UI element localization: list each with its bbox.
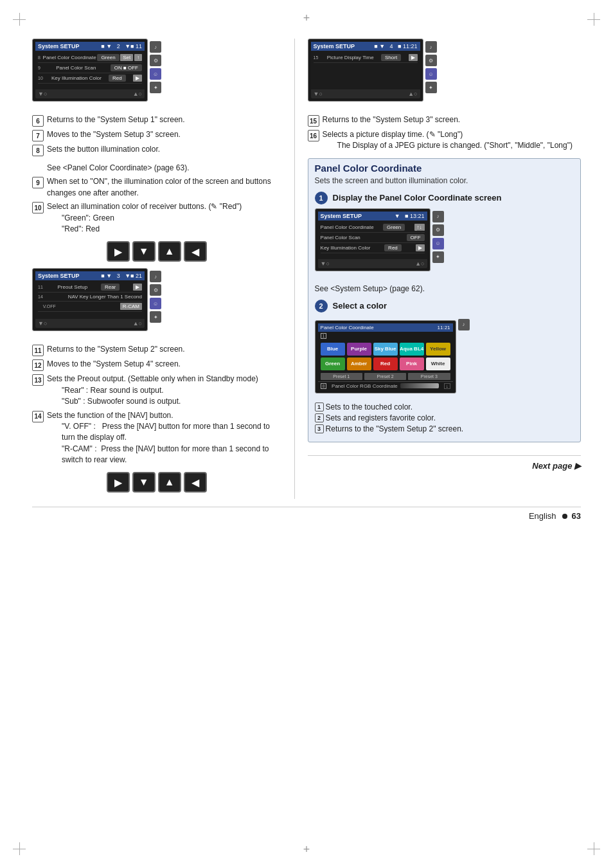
item-12: 12 Moves to the "System Setup 4" screen. — [32, 359, 281, 371]
screen1-bottom-left: ▼○ — [38, 91, 47, 97]
screen3-title: System SETUP — [314, 43, 355, 50]
screen1-row3-value: Red — [109, 75, 126, 82]
step1-screen-row1: Panel Color Coordinate Green ↑↓ — [321, 222, 425, 233]
color-cell-yellow[interactable]: Yellow — [426, 343, 450, 356]
item-6-text: Returns to the "System Setup 1" screen. — [47, 114, 281, 127]
screen2-row1-arrow[interactable]: ▶ — [133, 284, 142, 291]
result-text-2: Sets and registers favorite color. — [326, 413, 436, 422]
color-screen-marker: 1 — [321, 333, 327, 339]
left-column: System SETUP ■ ▼ 2 ▼■ 11 8 Panel Color C… — [32, 39, 295, 499]
item-7-text: Moves to the "System Setup 3" screen. — [47, 129, 281, 141]
result-marker-2: 2 — [315, 413, 324, 422]
step2-badge: 2 — [315, 300, 328, 312]
item-14-sub2: "R-CAM" : Press the [NAV] button for mor… — [62, 444, 281, 466]
item-7-num: 7 — [32, 130, 44, 141]
rgb-label: Panel Color RGB Coordinate — [332, 383, 398, 389]
items-15-16: 15 Returns to the "System Setup 3" scree… — [308, 114, 581, 152]
item-8-text: Sets the button illumination color. — [47, 144, 281, 156]
item-10-sub1: "Green": Green — [62, 213, 242, 224]
next-page-label: Next page ▶ — [532, 461, 581, 471]
preset-btn-2[interactable]: Preset 2 — [364, 373, 406, 380]
screen1-row2: 9 Panel Color Scan ON ■ OFF — [38, 63, 142, 73]
nav-arrow2-up[interactable]: ▲ — [158, 472, 181, 493]
nav-arrow-up[interactable]: ▲ — [158, 241, 181, 262]
nav-arrow-down[interactable]: ▼ — [132, 241, 155, 262]
item-10: 10 Select an illumination color of recei… — [32, 201, 281, 235]
color-screen-header-text: Panel Color Coordinate — [321, 325, 374, 330]
screen1-row3-arrow[interactable]: ▶ — [133, 75, 142, 82]
screen1-row1: 8 Panel Color Coordinate Green Set ↑ — [38, 53, 142, 63]
screen2-body: 11 Preout Setup Rear ▶ 14 NAV Key Longer… — [35, 280, 145, 319]
items-11-12: 11 Returns to the "System Setup 2" scree… — [32, 344, 281, 466]
screen2-row2b-rcam[interactable]: R-CAM — [120, 303, 142, 310]
color-cell-amber[interactable]: Amber — [347, 357, 371, 370]
screen2-row1-value: Rear — [101, 284, 120, 291]
color-cell-aqua[interactable]: Aqua BL4 — [400, 343, 424, 356]
screen1-row3-label: Key Illumination Color — [51, 75, 102, 81]
screen2-row2: 14 NAV Key Longer Than 1 Second — [38, 293, 142, 302]
step1-row3-label: Key Illumination Color — [321, 245, 371, 251]
step1-row3-arrow[interactable]: ▶ — [416, 244, 425, 251]
items-9-10: 9 When set to "ON", the illumination col… — [32, 176, 281, 235]
step2-side-icons: ♪ — [458, 316, 470, 397]
step1-side-icon-4: ✦ — [432, 251, 444, 263]
screen1-row1-up[interactable]: ↑ — [134, 54, 142, 61]
step1-row1-label: Panel Color Coordinate — [321, 224, 374, 230]
color-cell-skyblue[interactable]: Sky Blue — [373, 343, 398, 356]
screen3-header: System SETUP ■ ▼ 4 ■ 11:21 — [311, 42, 420, 51]
page-container: System SETUP ■ ▼ 2 ▼■ 11 8 Panel Color C… — [0, 0, 613, 868]
nav-arrow-forward[interactable]: ▶ — [107, 241, 130, 262]
bottom-area: Next page ▶ — [308, 455, 581, 471]
step1-screen-inner: System SETUP ▼ ■ 13:21 Panel Color Coord… — [315, 208, 431, 279]
screen1-title: System SETUP — [38, 43, 80, 50]
screen3-body: 15 Picture Display Time Short ▶ — [311, 51, 420, 89]
screen3-icons: ■ ▼ 4 ■ 11:21 — [374, 43, 417, 50]
screen1-row1-value: Green — [97, 54, 119, 61]
screen2-row1-label: Preout Setup — [58, 284, 88, 290]
screen1-row1-num: 8 — [38, 55, 40, 60]
panel-section-subtitle: Sets the screen and button illumination … — [315, 176, 574, 185]
screen2-bottom: ▼○ ▲○ — [35, 319, 145, 328]
result-item-1: 1 Sets to the touched color. — [315, 402, 574, 411]
color-cell-purple[interactable]: Purple — [347, 343, 371, 356]
screen1-row2-label: Panel Color Scan — [56, 65, 96, 71]
screen3-row1-num: 15 — [314, 55, 319, 60]
screen2-side-icons: ♪ ⚙ ☺ ✦ — [150, 268, 161, 339]
color-cell-pink[interactable]: Pink — [400, 357, 424, 370]
preset-row: Preset 1 Preset 2 Preset 3 — [318, 373, 453, 381]
color-cell-red[interactable]: Red — [373, 357, 398, 370]
nav-arrow-back[interactable]: ◀ — [184, 241, 207, 262]
side-icon2-1: ♪ — [150, 271, 161, 282]
side-icon3-1: ♪ — [425, 41, 437, 53]
hand-cursor-icon: ☞ — [416, 227, 425, 237]
step1-screen-bottom: ▼○ ▲○ — [318, 259, 427, 268]
item-8-num: 8 — [32, 145, 44, 156]
nav-arrow2-back[interactable]: ◀ — [184, 472, 207, 493]
color-cell-blue[interactable]: Blue — [321, 343, 345, 356]
screen3-row1-arrow[interactable]: ▶ — [409, 54, 418, 61]
nav-arrow2-down[interactable]: ▼ — [132, 472, 155, 493]
step1-bottom-left: ▼○ — [321, 260, 330, 267]
step1-see-text: See <System Setup> (page 62). — [315, 284, 574, 293]
step2-title: Select a color — [333, 301, 387, 311]
step1-side-icon-3: ☺ — [432, 238, 444, 249]
step1-row3-value: Red — [384, 244, 402, 251]
rgb-slider[interactable] — [400, 383, 439, 388]
item-7: 7 Moves to the "System Setup 3" screen. — [32, 129, 281, 141]
item-11-text: Returns to the "System Setup 2" screen. — [47, 344, 281, 356]
item-9-num: 9 — [32, 177, 44, 188]
preset-btn-1[interactable]: Preset 1 — [321, 373, 362, 380]
preset-btn-3[interactable]: Preset 3 — [408, 373, 450, 380]
screen1-row1-set[interactable]: Set — [120, 54, 133, 61]
item-13-text: Sets the Preout output. (Settable only w… — [47, 374, 258, 384]
screen2-bottom-right: ▲○ — [133, 320, 142, 327]
step1-screen-header: System SETUP ▼ ■ 13:21 — [318, 212, 427, 221]
result-text-1: Sets to the touched color. — [326, 402, 413, 411]
nav-arrow2-forward[interactable]: ▶ — [107, 472, 130, 493]
nav-arrows-1: ▶ ▼ ▲ ◀ — [32, 241, 281, 262]
screen2-title: System SETUP — [38, 273, 80, 279]
screen3-bottom: ▼○ ▲○ — [311, 89, 420, 98]
color-cell-white[interactable]: White — [426, 357, 450, 370]
right-column: System SETUP ■ ▼ 4 ■ 11:21 15 Picture Di… — [295, 39, 581, 499]
color-cell-green[interactable]: Green — [321, 357, 345, 370]
